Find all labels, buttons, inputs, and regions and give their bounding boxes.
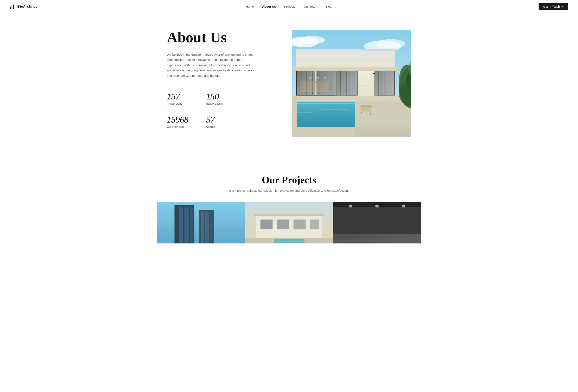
- svg-rect-88: [157, 202, 245, 243]
- stat-project-done-label: Project Done: [167, 102, 206, 105]
- svg-rect-1: [11, 5, 12, 9]
- about-section: About Us We believe in the transformativ…: [157, 13, 421, 158]
- projects-section: Our Projects Each project reflects our p…: [0, 158, 578, 256]
- stat-working-hours-label: Working Hours: [167, 125, 206, 128]
- svg-rect-92: [260, 219, 273, 229]
- svg-rect-68: [373, 73, 375, 74]
- about-left-content: About Us We believe in the transformativ…: [167, 30, 275, 134]
- svg-rect-39: [329, 83, 332, 90]
- svg-rect-31: [385, 71, 385, 95]
- house-scene-svg: [292, 30, 411, 137]
- svg-rect-59: [360, 105, 372, 107]
- svg-rect-2: [13, 4, 14, 9]
- stat-project-done: 157 Project Done: [167, 88, 206, 111]
- svg-rect-54: [292, 96, 297, 137]
- nav-home[interactable]: Home: [246, 5, 254, 8]
- svg-rect-51: [298, 106, 319, 106]
- svg-rect-26: [346, 71, 347, 95]
- nav-projects[interactable]: Projects: [284, 5, 295, 8]
- svg-rect-93: [277, 219, 289, 229]
- nav-blog[interactable]: Blog: [325, 5, 332, 8]
- project-card-2[interactable]: [245, 202, 333, 243]
- stats-grid: 157 Project Done 150 Happy Clients 15968…: [167, 88, 245, 134]
- svg-rect-10: [292, 67, 399, 71]
- svg-rect-49: [297, 102, 355, 127]
- stat-awards-number: 57: [206, 115, 245, 124]
- svg-rect-107: [333, 207, 421, 234]
- about-description: We believe in the transformative power o…: [167, 52, 258, 78]
- svg-rect-110: [333, 234, 421, 243]
- cta-label: Get In Touch: [543, 5, 560, 8]
- stat-awards-label: Awards: [206, 125, 245, 128]
- svg-rect-58: [361, 106, 371, 112]
- project-card-1[interactable]: [157, 202, 245, 243]
- nav-about[interactable]: About Us: [262, 5, 276, 8]
- stat-awards: 57 Awards: [206, 111, 245, 134]
- svg-rect-50: [297, 103, 355, 104]
- stat-working-hours: 15968 Working Hours: [167, 111, 206, 134]
- brand-name: BieArchitec.: [17, 4, 39, 9]
- svg-rect-14: [296, 49, 395, 62]
- logo-icon: [10, 4, 16, 9]
- projects-title: Our Projects: [10, 174, 568, 185]
- svg-rect-28: [358, 71, 374, 95]
- svg-rect-97: [274, 239, 304, 243]
- svg-point-46: [316, 77, 319, 79]
- svg-rect-0: [10, 7, 11, 9]
- svg-rect-27: [353, 71, 353, 95]
- project-image-3: [333, 202, 421, 243]
- projects-grid: [157, 202, 421, 243]
- svg-rect-52: [321, 109, 349, 110]
- nav-team[interactable]: Our Team: [304, 5, 317, 8]
- svg-rect-30: [378, 71, 379, 95]
- svg-rect-41: [313, 81, 318, 83]
- stat-happy-clients-number: 150: [206, 92, 245, 101]
- stat-divider-2: [206, 108, 245, 108]
- stat-divider-1: [167, 108, 206, 108]
- stat-happy-clients-label: Happy Clients: [206, 102, 245, 105]
- svg-rect-69: [373, 74, 374, 74]
- stat-working-hours-number: 15968: [167, 115, 206, 124]
- svg-rect-56: [297, 127, 355, 137]
- svg-rect-24: [337, 71, 357, 95]
- about-hero-image: [292, 30, 411, 137]
- stat-divider-3: [167, 131, 206, 131]
- svg-point-44: [309, 77, 311, 79]
- svg-rect-95: [310, 219, 319, 229]
- stat-divider-4: [206, 131, 245, 131]
- logo[interactable]: BieArchitec.: [10, 4, 39, 9]
- svg-rect-23: [332, 71, 332, 95]
- stat-project-done-number: 157: [167, 92, 206, 101]
- svg-point-48: [324, 77, 326, 79]
- project-image-2: [245, 202, 333, 243]
- building-svg-2: [245, 202, 333, 243]
- svg-rect-32: [391, 71, 391, 95]
- nav-links: Home About Us Projects Our Team Blog: [246, 5, 332, 8]
- building-svg-1: [157, 202, 245, 243]
- svg-rect-38: [299, 83, 302, 90]
- navbar: BieArchitec. Home About Us Projects Our …: [0, 0, 578, 13]
- project-image-1: [157, 202, 245, 243]
- about-title: About Us: [167, 30, 275, 45]
- building-svg-3: [333, 202, 421, 243]
- svg-rect-57: [296, 101, 355, 102]
- svg-rect-94: [293, 219, 305, 229]
- cta-arrow: ↗: [561, 5, 564, 8]
- svg-point-8: [376, 39, 405, 48]
- svg-rect-90: [254, 214, 324, 216]
- svg-rect-42: [322, 81, 326, 83]
- svg-rect-40: [305, 81, 309, 83]
- projects-subtitle: Each project reflects our passion for in…: [10, 189, 568, 192]
- svg-rect-25: [340, 71, 341, 95]
- svg-rect-53: [297, 112, 313, 113]
- hero-building-image: [292, 30, 411, 137]
- stat-happy-clients: 150 Happy Clients: [206, 88, 245, 111]
- get-in-touch-button[interactable]: Get In Touch ↗: [538, 3, 568, 10]
- project-card-3[interactable]: [333, 202, 421, 243]
